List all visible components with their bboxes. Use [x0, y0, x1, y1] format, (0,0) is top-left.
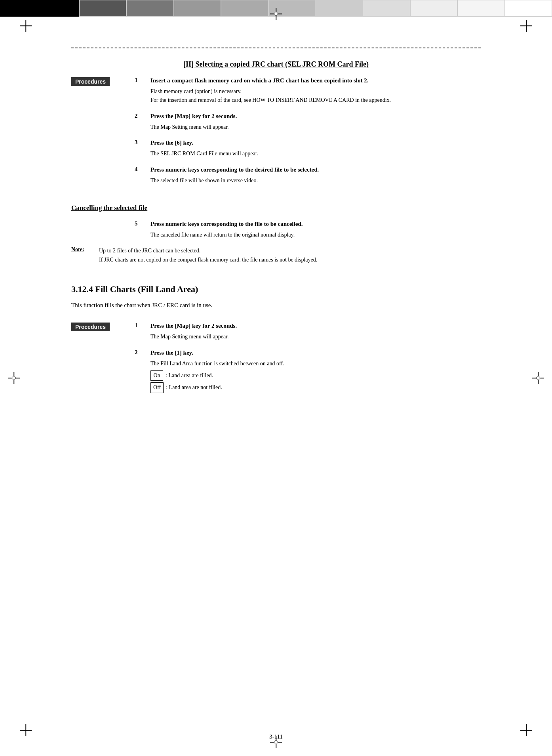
- note-label: Note:: [71, 246, 99, 253]
- note-text: Up to 2 files of the JRC chart can be se…: [99, 246, 317, 264]
- header-block-7: [363, 0, 410, 17]
- step-5-body: The canceled file name will return to th…: [150, 231, 481, 239]
- step-5: 5 Press numeric keys corresponding to th…: [135, 220, 481, 239]
- procedure-steps-2: 1 Press the [Map] key for 2 seconds. The…: [135, 322, 481, 400]
- sec2-step-1-body: The Map Setting menu will appear.: [150, 332, 481, 341]
- on-row: On : Land area are filled.: [150, 370, 481, 381]
- header-block-2: [126, 0, 173, 17]
- crosshair-mid-right: [532, 372, 544, 384]
- header-block-6: [316, 0, 363, 17]
- header-block-9: [457, 0, 504, 17]
- step-3-num: 3: [135, 139, 147, 146]
- step-4: 4 Press numeric keys corresponding to th…: [135, 166, 481, 185]
- sec2-step-2-body-text: The Fill Land Area function is switched …: [150, 361, 284, 367]
- step-5-num: 5: [135, 220, 147, 227]
- sec2-step-2-header: 2 Press the [1] key.: [135, 349, 481, 357]
- procedures-badge-1: Procedures: [71, 77, 110, 86]
- section1-title: [II] Selecting a copied JRC chart (SEL J…: [71, 60, 481, 69]
- crosshair-top-right: [520, 20, 532, 32]
- header-block-4: [221, 0, 268, 17]
- sec2-step-2-title: Press the [1] key.: [150, 349, 193, 357]
- procedures-row-1: Procedures 1 Insert a compact flash memo…: [71, 76, 481, 192]
- crosshair-mid-left: [8, 372, 20, 384]
- procedure-steps-1: 1 Insert a compact flash memory card on …: [135, 76, 481, 192]
- header-block-10: [505, 0, 552, 17]
- sec2-step-1-title: Press the [Map] key for 2 seconds.: [150, 322, 237, 330]
- header-black-block: [0, 0, 79, 17]
- procedures-badge-2: Procedures: [71, 323, 110, 331]
- sec2-step-2-num: 2: [135, 349, 147, 356]
- step-3: 3 Press the [6] key. The SEL JRC ROM Car…: [135, 139, 481, 158]
- step-4-title: Press numeric keys corresponding to the …: [150, 166, 319, 174]
- step-2-title: Press the [Map] key for 2 seconds.: [150, 112, 237, 120]
- page-number: 3-111: [0, 733, 552, 740]
- off-box: Off: [150, 382, 164, 393]
- step-2-num: 2: [135, 113, 147, 119]
- step-2-body: The Map Setting menu will appear.: [150, 123, 481, 132]
- sec2-step-1-num: 1: [135, 322, 147, 329]
- step-1-title: Insert a compact flash memory card on wh…: [150, 76, 368, 85]
- section2-big-title: 3.12.4 Fill Charts (Fill Land Area): [71, 284, 481, 294]
- main-content: [II] Selecting a copied JRC chart (SEL J…: [40, 48, 512, 400]
- header-block-1: [79, 0, 126, 17]
- step-1-num: 1: [135, 77, 147, 84]
- sec2-step-1-header: 1 Press the [Map] key for 2 seconds.: [135, 322, 481, 330]
- step-5-header: 5 Press numeric keys corresponding to th…: [135, 220, 481, 228]
- page: [II] Selecting a copied JRC chart (SEL J…: [0, 0, 552, 756]
- cancelling-title: Cancelling the selected file: [71, 204, 481, 212]
- note-row: Note: Up to 2 files of the JRC chart can…: [71, 246, 481, 264]
- step-2-header: 2 Press the [Map] key for 2 seconds.: [135, 112, 481, 120]
- crosshair-top-left: [20, 20, 32, 32]
- off-desc: : Land area are not filled.: [166, 383, 222, 392]
- step-4-header: 4 Press numeric keys corresponding to th…: [135, 166, 481, 174]
- step-1-body: Flash memory card (option) is necessary.…: [150, 87, 481, 105]
- step-5-title: Press numeric keys corresponding to the …: [150, 220, 303, 228]
- procedures-badge-col-2: Procedures: [71, 322, 135, 331]
- header-gray-blocks: [79, 0, 552, 17]
- on-box: On: [150, 370, 163, 381]
- step-3-body: The SEL JRC ROM Card File menu will appe…: [150, 149, 481, 158]
- header-block-8: [410, 0, 457, 17]
- on-desc: : Land area are filled.: [166, 371, 213, 380]
- step-4-num: 4: [135, 166, 147, 173]
- sec2-step-1: 1 Press the [Map] key for 2 seconds. The…: [135, 322, 481, 341]
- step-2: 2 Press the [Map] key for 2 seconds. The…: [135, 112, 481, 132]
- sec2-step-2: 2 Press the [1] key. The Fill Land Area …: [135, 349, 481, 393]
- header-block-3: [174, 0, 221, 17]
- step-1-header: 1 Insert a compact flash memory card on …: [135, 76, 481, 85]
- dashed-separator: [71, 48, 481, 48]
- step-3-title: Press the [6] key.: [150, 139, 193, 147]
- crosshair-top-center: [270, 8, 282, 20]
- section2-desc: This function fills the chart when JRC /…: [71, 300, 481, 310]
- step-5-wrapper: 5 Press numeric keys corresponding to th…: [135, 220, 481, 239]
- procedures-badge-col-1: Procedures: [71, 76, 135, 86]
- step-4-body: The selected file will be shown in rever…: [150, 176, 481, 185]
- step-1: 1 Insert a compact flash memory card on …: [135, 76, 481, 105]
- step-3-header: 3 Press the [6] key.: [135, 139, 481, 147]
- procedures-row-2: Procedures 1 Press the [Map] key for 2 s…: [71, 322, 481, 400]
- off-row: Off : Land area are not filled.: [150, 382, 481, 393]
- sec2-step-2-body: The Fill Land Area function is switched …: [150, 359, 481, 393]
